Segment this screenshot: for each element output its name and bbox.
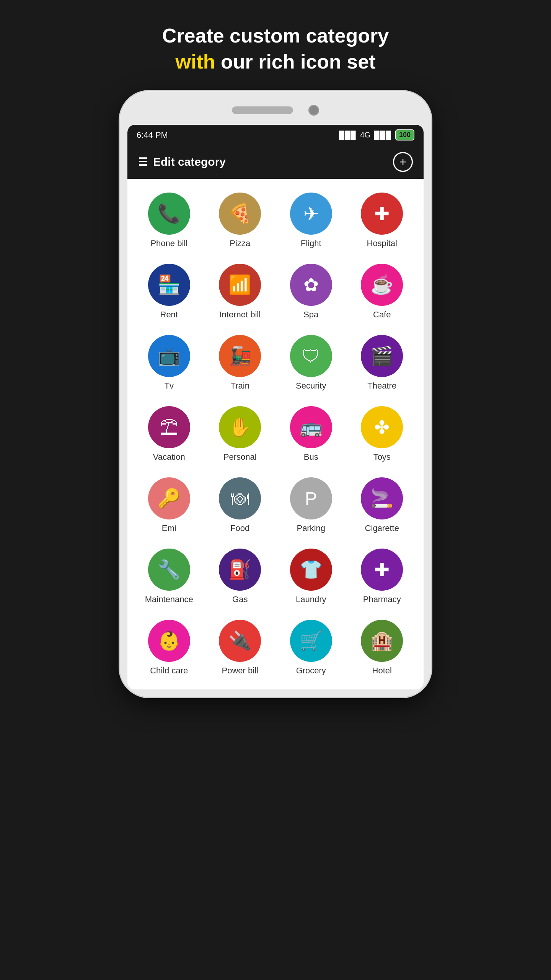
category-icon-circle: 🚂 <box>219 335 261 377</box>
category-label: Pharmacy <box>363 595 401 604</box>
category-item[interactable]: 🚬Cigarette <box>348 471 416 539</box>
category-label: Pizza <box>230 238 250 248</box>
category-icon-circle: ☕ <box>361 264 403 306</box>
category-item[interactable]: ⛽Gas <box>206 542 274 611</box>
category-icon-circle: ✚ <box>361 193 403 235</box>
header-title: Create custom category with our rich ico… <box>132 0 419 90</box>
category-item[interactable]: ✿Spa <box>277 258 345 326</box>
category-icon-circle: 🚬 <box>361 477 403 519</box>
category-icon-circle: 🍽 <box>219 477 261 519</box>
category-item[interactable]: ✈Flight <box>277 186 345 255</box>
category-icon-circle: ✤ <box>361 406 403 448</box>
category-label: Maintenance <box>145 595 193 604</box>
category-label: Cigarette <box>365 523 399 533</box>
category-label: Tv <box>165 381 174 391</box>
category-item[interactable]: ☕Cafe <box>348 258 416 326</box>
category-item[interactable]: ✤Toys <box>348 400 416 468</box>
category-icon-circle: 👕 <box>290 549 332 591</box>
category-item[interactable]: 🍕Pizza <box>206 186 274 255</box>
category-item[interactable]: 🔧Maintenance <box>135 542 203 611</box>
category-label: Bus <box>304 452 318 462</box>
category-item[interactable]: 🔑Emi <box>135 471 203 539</box>
category-icon-circle: ⛽ <box>219 549 261 591</box>
add-category-button[interactable]: + <box>393 152 413 172</box>
category-label: Power bill <box>222 666 258 676</box>
category-item[interactable]: 🏪Rent <box>135 258 203 326</box>
category-item[interactable]: ✚Hospital <box>348 186 416 255</box>
header-section: Create custom category with our rich ico… <box>132 0 419 90</box>
category-label: Cafe <box>373 310 391 320</box>
status-right: ▉▉▉ 4G ▉▉▉ 100 <box>339 129 414 140</box>
category-item[interactable]: ✋Personal <box>206 400 274 468</box>
category-item[interactable]: 🔌Power bill <box>206 614 274 682</box>
category-icon-circle: 📺 <box>148 335 190 377</box>
category-label: Hospital <box>367 238 397 248</box>
category-icon-circle: 🔑 <box>148 477 190 519</box>
header-with: with <box>176 51 215 73</box>
status-time: 6:44 PM <box>137 130 168 140</box>
category-icon-circle: 🚌 <box>290 406 332 448</box>
category-label: Laundry <box>296 595 326 604</box>
category-icon-circle: 🔧 <box>148 549 190 591</box>
category-item[interactable]: 🚂Train <box>206 329 274 397</box>
category-item[interactable]: 👕Laundry <box>277 542 345 611</box>
hamburger-icon[interactable]: ☰ <box>138 156 148 168</box>
category-icon-circle: ✿ <box>290 264 332 306</box>
category-icon-circle: ✚ <box>361 549 403 591</box>
header-line2: our rich icon set <box>215 51 375 73</box>
app-bar-left: ☰ Edit category <box>138 155 226 168</box>
category-icon-circle: 👶 <box>148 620 190 662</box>
category-label: Internet bill <box>219 310 261 320</box>
category-item[interactable]: PParking <box>277 471 345 539</box>
category-label: Security <box>296 381 326 391</box>
category-item[interactable]: 📺Tv <box>135 329 203 397</box>
network-type: 4G <box>360 131 370 139</box>
categories-grid: 📞Phone bill🍕Pizza✈Flight✚Hospital🏪Rent📶I… <box>127 179 424 689</box>
category-label: Theatre <box>367 381 396 391</box>
category-label: Train <box>231 381 249 391</box>
category-label: Toys <box>373 452 391 462</box>
category-icon-circle: ✈ <box>290 193 332 235</box>
phone-camera <box>308 105 319 116</box>
category-item[interactable]: 🛡Security <box>277 329 345 397</box>
category-item[interactable]: 🚌Bus <box>277 400 345 468</box>
category-label: Hotel <box>372 666 392 676</box>
category-item[interactable]: 🛒Grocery <box>277 614 345 682</box>
category-item[interactable]: 🍽Food <box>206 471 274 539</box>
category-label: Emi <box>162 523 176 533</box>
category-icon-circle: 🎬 <box>361 335 403 377</box>
category-icon-circle: 📞 <box>148 193 190 235</box>
phone-top <box>127 99 424 122</box>
battery-indicator: 100 <box>395 129 414 140</box>
category-icon-circle: 🏪 <box>148 264 190 306</box>
category-label: Flight <box>301 238 321 248</box>
category-item[interactable]: ✚Pharmacy <box>348 542 416 611</box>
category-label: Gas <box>232 595 248 604</box>
category-item[interactable]: 📶Internet bill <box>206 258 274 326</box>
app-bar-title: Edit category <box>153 155 226 168</box>
category-label: Parking <box>297 523 325 533</box>
category-icon-circle: 🔌 <box>219 620 261 662</box>
status-bar: 6:44 PM ▉▉▉ 4G ▉▉▉ 100 <box>127 125 424 145</box>
category-icon-circle: 📶 <box>219 264 261 306</box>
category-label: Personal <box>223 452 257 462</box>
category-item[interactable]: 👶Child care <box>135 614 203 682</box>
category-icon-circle: 🛡 <box>290 335 332 377</box>
category-icon-circle: ✋ <box>219 406 261 448</box>
header-line1: Create custom category <box>162 24 389 47</box>
category-item[interactable]: 📞Phone bill <box>135 186 203 255</box>
category-label: Spa <box>303 310 318 320</box>
category-label: Grocery <box>296 666 326 676</box>
category-item[interactable]: 🎬Theatre <box>348 329 416 397</box>
category-item[interactable]: ⛱Vacation <box>135 400 203 468</box>
category-icon-circle: 🛒 <box>290 620 332 662</box>
phone-screen: 6:44 PM ▉▉▉ 4G ▉▉▉ 100 ☰ Edit category +… <box>127 125 424 689</box>
category-icon-circle: P <box>290 477 332 519</box>
category-icon-circle: ⛱ <box>148 406 190 448</box>
category-item[interactable]: 🏨Hotel <box>348 614 416 682</box>
signal-icon2: ▉▉▉ <box>374 131 391 140</box>
signal-icon: ▉▉▉ <box>339 131 356 140</box>
phone-speaker <box>232 106 293 114</box>
app-bar: ☰ Edit category + <box>127 145 424 179</box>
category-label: Vacation <box>153 452 185 462</box>
